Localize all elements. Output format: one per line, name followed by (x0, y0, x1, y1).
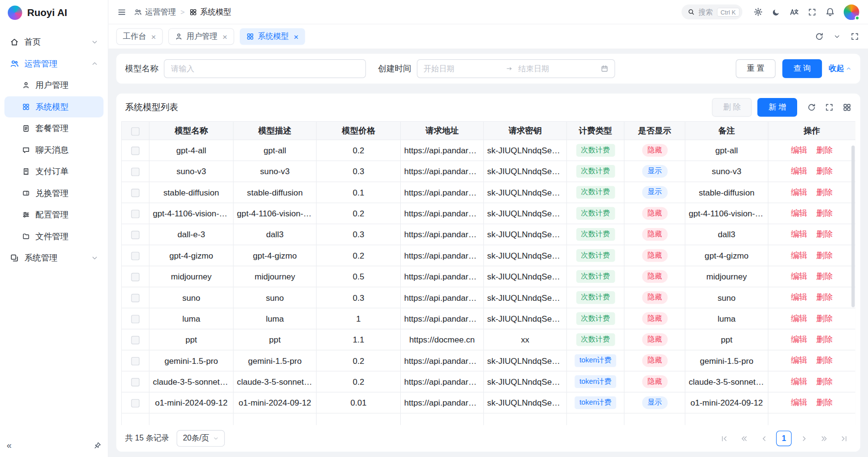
row-checkbox[interactable] (131, 189, 139, 197)
notifications-button[interactable] (825, 7, 835, 16)
table-scrollbar-thumb[interactable] (852, 146, 855, 307)
collapse-filter-link[interactable]: 收起 (829, 64, 852, 74)
table-refresh-button[interactable] (807, 103, 816, 112)
tab-menu-button[interactable] (834, 33, 840, 40)
edit-link[interactable]: 编辑 (791, 356, 807, 365)
breadcrumb-item[interactable]: 系统模型 (189, 7, 231, 17)
prev-group-button[interactable] (737, 431, 752, 446)
sidebar-subitem[interactable]: 用户管理 (4, 75, 103, 96)
delete-link[interactable]: 删除 (816, 250, 833, 260)
sidebar-subitem[interactable]: 套餐管理 (4, 118, 103, 139)
delete-link[interactable]: 删除 (816, 356, 833, 365)
menu-toggle-button[interactable] (117, 7, 126, 16)
search-input[interactable]: 搜索 Ctrl K (681, 4, 742, 19)
delete-link[interactable]: 删除 (816, 145, 833, 154)
reset-button[interactable]: 重 置 (736, 59, 776, 78)
table-viewport: 模型名称模型描述模型价格请求地址请求密钥计费类型是否显示备注操作 gpt-4-a… (121, 121, 855, 425)
table-fullscreen-button[interactable] (825, 103, 834, 112)
edit-link[interactable]: 编辑 (791, 397, 807, 407)
row-checkbox[interactable] (131, 315, 139, 324)
select-all-checkbox[interactable] (131, 127, 139, 135)
app-logo[interactable]: Ruoyi AI (0, 0, 108, 25)
add-button[interactable]: 新 增 (757, 98, 797, 117)
delete-link[interactable]: 删除 (816, 292, 833, 301)
row-checkbox[interactable] (131, 168, 139, 176)
sidebar-subitem[interactable]: 配置管理 (4, 204, 103, 225)
cell-request-key: sk-JIUQLNndqSeKWU... (484, 245, 567, 266)
tab-1[interactable]: 用户管理 × (168, 28, 234, 45)
delete-link[interactable]: 删除 (816, 334, 833, 343)
query-button[interactable]: 查 询 (782, 59, 822, 78)
tab-0[interactable]: 工作台 × (116, 28, 163, 45)
settings-button[interactable] (753, 7, 763, 16)
tab-refresh-button[interactable] (815, 32, 824, 41)
sidebar-subitem[interactable]: 文件管理 (4, 226, 103, 247)
next-page-button[interactable] (796, 431, 812, 446)
start-date-input[interactable] (424, 64, 501, 73)
edit-link[interactable]: 编辑 (791, 166, 807, 175)
next-group-button[interactable] (816, 431, 832, 446)
billing-type-tag: 次数计费 (576, 333, 615, 345)
last-page-button[interactable] (836, 431, 852, 446)
edit-link[interactable]: 编辑 (791, 334, 807, 343)
fullscreen-button[interactable] (808, 7, 817, 16)
row-checkbox[interactable] (131, 273, 139, 281)
user-avatar[interactable] (844, 4, 859, 20)
row-checkbox[interactable] (131, 147, 139, 155)
delete-link[interactable]: 删除 (816, 208, 833, 217)
edit-link[interactable]: 编辑 (791, 292, 807, 301)
delete-link[interactable]: 删除 (816, 397, 833, 407)
language-button[interactable] (789, 7, 799, 16)
sidebar-subitem[interactable]: 系统模型 (4, 97, 103, 117)
sidebar-item-0[interactable]: 首页 (4, 32, 103, 52)
row-checkbox[interactable] (131, 336, 139, 344)
column-settings-button[interactable] (843, 103, 852, 112)
row-checkbox[interactable] (131, 210, 139, 218)
row-checkbox[interactable] (131, 252, 139, 260)
edit-link[interactable]: 编辑 (791, 187, 807, 196)
content-fullscreen-button[interactable] (851, 32, 859, 41)
batch-delete-button[interactable]: 删 除 (712, 98, 752, 117)
page-number-button[interactable]: 1 (776, 431, 792, 446)
delete-link[interactable]: 删除 (816, 313, 833, 323)
page-size-select[interactable]: 20条/页 (177, 430, 225, 447)
sidebar-collapse-button[interactable]: « (7, 441, 12, 450)
edit-link[interactable]: 编辑 (791, 271, 807, 280)
sidebar-item-2[interactable]: 系统管理 (4, 247, 103, 268)
delete-link[interactable]: 删除 (816, 376, 833, 386)
tab-close-icon[interactable]: × (294, 33, 298, 41)
pin-icon[interactable] (94, 442, 101, 450)
edit-link[interactable]: 编辑 (791, 376, 807, 386)
prev-page-button[interactable] (756, 431, 772, 446)
sidebar-item-1[interactable]: 运营管理 (4, 53, 103, 74)
first-page-button[interactable] (716, 431, 732, 446)
edit-link[interactable]: 编辑 (791, 208, 807, 217)
model-name-input[interactable] (164, 59, 366, 78)
calendar-icon[interactable] (601, 65, 608, 72)
tab-close-icon[interactable]: × (222, 33, 227, 41)
sidebar-subitem[interactable]: 兑换管理 (4, 183, 103, 204)
row-checkbox[interactable] (131, 357, 139, 365)
row-checkbox[interactable] (131, 399, 139, 408)
delete-link[interactable]: 删除 (816, 271, 833, 280)
dark-mode-button[interactable] (772, 7, 781, 16)
edit-link[interactable]: 编辑 (791, 229, 807, 238)
sidebar-subitem[interactable]: 聊天消息 (4, 140, 103, 161)
sidebar-subitem[interactable]: 支付订单 (4, 161, 103, 182)
config-icon (22, 211, 30, 219)
tab-close-icon[interactable]: × (151, 33, 156, 41)
edit-link[interactable]: 编辑 (791, 145, 807, 154)
edit-link[interactable]: 编辑 (791, 250, 807, 260)
breadcrumb-item[interactable]: 运营管理 (134, 7, 176, 17)
edit-link[interactable]: 编辑 (791, 313, 807, 323)
delete-link[interactable]: 删除 (816, 229, 833, 238)
row-checkbox[interactable] (131, 231, 139, 239)
date-range-picker[interactable] (417, 59, 615, 78)
row-checkbox[interactable] (131, 294, 139, 302)
row-checkbox[interactable] (131, 378, 139, 387)
chevron-down-icon (91, 255, 98, 261)
delete-link[interactable]: 删除 (816, 166, 833, 175)
end-date-input[interactable] (518, 64, 595, 73)
delete-link[interactable]: 删除 (816, 187, 833, 196)
tab-2[interactable]: 系统模型 × (240, 28, 306, 45)
